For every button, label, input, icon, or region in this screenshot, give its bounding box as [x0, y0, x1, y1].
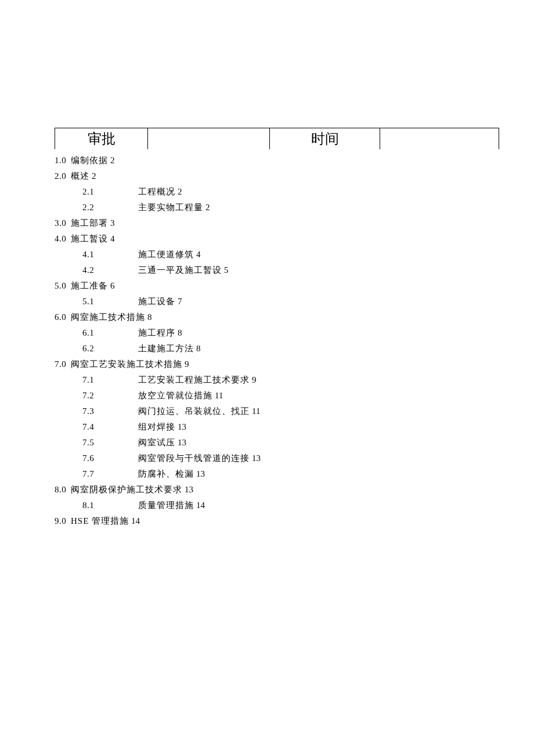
toc-page: 3	[110, 215, 115, 231]
toc-title: 防腐补、检漏	[138, 466, 194, 482]
time-value-cell	[380, 128, 499, 150]
toc-page: 2	[205, 200, 210, 215]
toc-page: 8	[196, 341, 201, 357]
toc-title: 阀室管段与干线管道的连接	[138, 451, 250, 466]
toc-num: 4.1	[82, 247, 138, 262]
toc-entry: 4.1施工便道修筑4	[55, 247, 499, 262]
toc-num: 7.0	[55, 357, 71, 372]
toc-title: 施工设备	[138, 294, 175, 309]
toc-entry: 7.3阀门拉运、吊装就位、找正11	[55, 404, 499, 419]
toc-num: 6.0	[55, 309, 71, 325]
toc-page: 13	[196, 466, 205, 482]
toc-page: 14	[196, 498, 205, 513]
toc-title: 主要实物工程量	[138, 200, 203, 215]
toc-num: 7.1	[82, 372, 138, 388]
toc-num: 7.4	[82, 419, 138, 435]
toc-entry: 4.2三通一平及施工暂设5	[55, 262, 499, 278]
toc-entry: 7.5阀室试压13	[55, 435, 499, 451]
toc-page: 14	[131, 513, 140, 529]
toc-entry: 3.0施工部署3	[55, 215, 499, 231]
time-label: 时间	[311, 131, 339, 146]
toc-title: 阀室工艺安装施工技术措施	[71, 357, 182, 372]
toc-entry: 6.1施工程序8	[55, 325, 499, 341]
toc-num: 2.0	[55, 168, 71, 184]
toc-title: 土建施工方法	[138, 341, 194, 357]
approval-value-cell	[148, 128, 270, 150]
toc-title: 组对焊接	[138, 419, 175, 435]
toc-page: 2	[110, 153, 115, 168]
toc-title: 概述	[71, 168, 89, 184]
toc-title: 编制依据	[71, 153, 108, 168]
time-label-cell: 时间	[270, 128, 380, 150]
toc-entry: 2.1工程概况2	[55, 184, 499, 200]
toc-entry: 8.1质量管理措施14	[55, 498, 499, 513]
toc-num: 7.5	[82, 435, 138, 451]
table-of-contents: 1.0编制依据2 2.0概述2 2.1工程概况2 2.2主要实物工程量2 3.0…	[55, 153, 499, 529]
toc-entry: 7.2放空立管就位措施11	[55, 388, 499, 404]
toc-title: 阀室施工技术措施	[71, 309, 145, 325]
toc-num: 3.0	[55, 215, 71, 231]
toc-entry: 2.2主要实物工程量2	[55, 200, 499, 215]
toc-title: 施工部署	[71, 215, 108, 231]
toc-title: 放空立管就位措施	[138, 388, 212, 404]
toc-page: 9	[185, 357, 189, 372]
toc-num: 4.0	[55, 231, 71, 247]
toc-num: 8.0	[55, 482, 71, 498]
toc-page: 9	[252, 372, 257, 388]
toc-num: 5.1	[82, 294, 138, 309]
toc-entry: 2.0概述2	[55, 168, 499, 184]
toc-title: 工艺安装工程施工技术要求	[138, 372, 250, 388]
toc-entry: 7.1工艺安装工程施工技术要求9	[55, 372, 499, 388]
toc-num: 2.1	[82, 184, 138, 200]
toc-page: 13	[178, 419, 186, 435]
toc-entry: 6.2土建施工方法8	[55, 341, 499, 357]
toc-title: 施工程序	[138, 325, 175, 341]
toc-page: 6	[110, 278, 115, 294]
toc-title: 工程概况	[138, 184, 175, 200]
toc-num: 5.0	[55, 278, 71, 294]
toc-num: 4.2	[82, 262, 138, 278]
toc-entry: 7.4组对焊接13	[55, 419, 499, 435]
document-page: 审批 时间 1.0编制依据2 2.0概述2 2.1工程概况2 2.2主要实物工程…	[0, 0, 534, 529]
toc-page: 4	[196, 247, 201, 262]
approval-label-cell: 审批	[55, 128, 148, 150]
toc-page: 13	[178, 435, 186, 451]
toc-num: 7.7	[82, 466, 138, 482]
toc-num: 6.1	[82, 325, 138, 341]
toc-page: 11	[215, 388, 223, 404]
approval-table: 审批 时间	[55, 128, 499, 149]
approval-label: 审批	[88, 131, 116, 146]
toc-page: 2	[178, 184, 182, 200]
toc-entry: 7.7防腐补、检漏13	[55, 466, 499, 482]
toc-num: 7.2	[82, 388, 138, 404]
toc-entry: 1.0编制依据2	[55, 153, 499, 168]
toc-num: 1.0	[55, 153, 71, 168]
toc-title: 施工准备	[71, 278, 108, 294]
toc-entry: 5.1施工设备7	[55, 294, 499, 309]
toc-page: 13	[185, 482, 193, 498]
toc-page: 2	[92, 168, 96, 184]
toc-entry: 8.0阀室阴极保护施工技术要求13	[55, 482, 499, 498]
toc-entry: 5.0施工准备6	[55, 278, 499, 294]
toc-num: 7.6	[82, 451, 138, 466]
toc-title: 质量管理措施	[138, 498, 194, 513]
toc-title: 三通一平及施工暂设	[138, 262, 222, 278]
toc-entry: 7.6阀室管段与干线管道的连接13	[55, 451, 499, 466]
toc-title: HSE 管理措施	[71, 513, 129, 529]
toc-title: 施工便道修筑	[138, 247, 194, 262]
toc-entry: 7.0阀室工艺安装施工技术措施9	[55, 357, 499, 372]
toc-num: 7.3	[82, 404, 138, 419]
toc-title: 阀室阴极保护施工技术要求	[71, 482, 182, 498]
toc-num: 6.2	[82, 341, 138, 357]
toc-num: 9.0	[55, 513, 71, 529]
toc-page: 8	[147, 309, 152, 325]
toc-title: 施工暂设	[71, 231, 108, 247]
toc-entry: 4.0施工暂设4	[55, 231, 499, 247]
toc-num: 2.2	[82, 200, 138, 215]
toc-page: 8	[178, 325, 182, 341]
toc-page: 13	[252, 451, 261, 466]
toc-entry: 9.0HSE 管理措施14	[55, 513, 499, 529]
toc-num: 8.1	[82, 498, 138, 513]
toc-title: 阀室试压	[138, 435, 175, 451]
toc-page: 7	[178, 294, 182, 309]
